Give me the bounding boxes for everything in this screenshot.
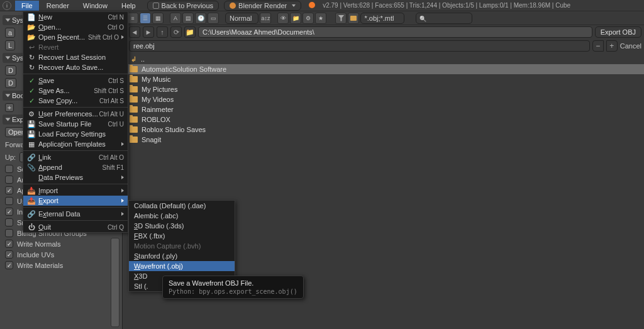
file-menu-item[interactable]: 💾Load Factory Settings	[23, 129, 128, 139]
checkbox-edges[interactable]	[5, 208, 13, 216]
nav-forward-button[interactable]: ►	[143, 26, 154, 38]
file-row[interactable]: ROBLOX	[125, 114, 644, 125]
file-menu-item[interactable]: 💾Save Startup FileCtrl U	[23, 119, 128, 129]
menu-file[interactable]: File	[15, 1, 39, 11]
file-menu-item[interactable]: ⏻QuitCtrl Q	[23, 222, 128, 232]
filter-funnel-icon[interactable]	[335, 13, 347, 24]
system-drive[interactable]: D	[5, 65, 16, 75]
display-mode-select[interactable]: Normal	[225, 13, 258, 24]
nav-refresh-button[interactable]: ⟳	[170, 26, 182, 38]
file-row[interactable]: Roblox Studio Saves	[125, 125, 644, 135]
menu-window[interactable]: Window	[77, 1, 114, 11]
file-menu-item[interactable]: ↻Recover Last Session	[23, 52, 128, 62]
info-icon[interactable]: i	[3, 1, 11, 10]
sort-size-button[interactable]: ▭	[208, 13, 219, 24]
file-row[interactable]: My Videos	[125, 94, 644, 104]
directory-path-input[interactable]: C:\Users\Moaaz Ahmed\Documents\	[198, 26, 592, 38]
menu-help[interactable]: Help	[115, 1, 142, 11]
checkbox-animation[interactable]	[5, 176, 13, 184]
system-drive[interactable]: D	[5, 78, 16, 88]
export-menu-item[interactable]: Alembic (.abc)	[129, 211, 235, 221]
folder-icon	[130, 126, 138, 133]
submenu-caret-icon	[121, 35, 124, 39]
search-input[interactable]	[416, 13, 472, 24]
file-menu-item[interactable]: ↻Recover Auto Save...	[23, 62, 128, 72]
file-row[interactable]: AutomaticSolution Software	[125, 64, 644, 74]
export-menu-item[interactable]: Collada (Default) (.dae)	[129, 201, 235, 211]
view-list-short-icon[interactable]: ≡	[127, 13, 138, 24]
sort-ext-button[interactable]: ▤	[182, 13, 194, 24]
checkbox-modifiers[interactable]	[5, 186, 13, 194]
filter-toggle-button[interactable]: ⚙	[303, 13, 314, 24]
export-menu-item[interactable]: Wavefront (.obj)	[129, 261, 235, 271]
filename-input[interactable]: ree.obj	[129, 40, 590, 52]
scene-stats: v2.79 | Verts:628 | Faces:655 | Tris:1,2…	[323, 2, 570, 9]
checkbox-bitflag[interactable]	[5, 229, 13, 237]
file-menu-item[interactable]: ✓SaveCtrl S	[23, 75, 128, 86]
export-menu-item[interactable]: Stanford (.ply)	[129, 251, 235, 261]
system-item[interactable]: a	[5, 28, 15, 38]
cancel-button[interactable]: Cancel	[620, 42, 641, 50]
file-menu-item[interactable]: 📄NewCtrl N	[23, 12, 128, 22]
file-menu-item[interactable]: 📤Export	[23, 196, 128, 206]
checkbox-materials[interactable]	[5, 261, 13, 269]
filename-inc-button[interactable]: +	[606, 40, 618, 52]
checkbox-smooth[interactable]	[5, 218, 13, 226]
file-row[interactable]: Rainmeter	[125, 104, 644, 114]
file-menu-item[interactable]: 📥Import	[23, 186, 128, 196]
view-thumbnails-icon[interactable]: ▦	[152, 13, 164, 24]
checkbox-render_settings[interactable]	[5, 197, 13, 205]
file-row[interactable]: My Music	[125, 74, 644, 84]
system-item[interactable]: L	[5, 40, 15, 50]
nav-newfolder-button[interactable]: 📁	[184, 26, 196, 38]
show-hidden-button[interactable]: 👁	[277, 13, 289, 24]
file-menu-item[interactable]: ✓Save Copy...Ctrl Alt S	[23, 96, 128, 106]
folder-icon	[130, 86, 138, 92]
add-bookmark-button[interactable]: +	[5, 103, 14, 112]
menu-item-label: Revert	[38, 43, 124, 51]
menu-item-label: Save Copy...	[38, 97, 99, 104]
file-menu-item[interactable]: ▦Application Templates	[23, 139, 128, 149]
menu-item-label: Save	[38, 77, 108, 84]
file-menu-item[interactable]: 🔗External Data	[23, 209, 128, 219]
file-row[interactable]: My Pictures	[125, 84, 644, 94]
export-obj-button[interactable]: Export OBJ	[595, 26, 641, 38]
sort-direction-button[interactable]: a↕z	[260, 13, 271, 24]
bookmark-button[interactable]: ★	[315, 13, 326, 24]
menu-item-label: Recover Last Session	[38, 53, 124, 61]
back-to-previous-button[interactable]: Back to Previous	[147, 1, 219, 11]
panel-scrollbar[interactable]	[111, 238, 119, 327]
file-menu-item[interactable]: 📎AppendShift F1	[23, 162, 128, 172]
filename-dec-button[interactable]: −	[592, 40, 604, 52]
submenu-caret-icon	[121, 189, 124, 192]
filter-glob-input[interactable]: *.obj;*.mtl	[360, 13, 404, 24]
checkbox-uvs[interactable]	[5, 250, 13, 259]
file-menu-item[interactable]: 📂Open Recent...Shift Ctrl O	[23, 32, 128, 42]
menu-item-label: Application Templates	[38, 140, 119, 148]
nav-up-button[interactable]: ↑	[157, 26, 168, 38]
filter-folder-icon[interactable]	[348, 13, 359, 24]
menu-item-icon: ⚙	[27, 110, 36, 118]
checkbox-selection[interactable]	[5, 165, 13, 173]
menu-item-icon: ✓	[27, 87, 36, 95]
create-dir-button[interactable]: 📁	[290, 13, 301, 24]
checkbox-normals[interactable]	[5, 240, 13, 248]
sort-alpha-button[interactable]: A	[170, 13, 181, 24]
menu-render[interactable]: Render	[40, 1, 75, 11]
export-menu-item[interactable]: 3D Studio (.3ds)	[129, 221, 235, 231]
path-bar: ◄ ► ↑ ⟳ 📁 C:\Users\Moaaz Ahmed\Documents…	[129, 25, 641, 39]
file-row[interactable]: Snagit	[125, 135, 644, 145]
file-label: My Videos	[142, 96, 174, 103]
sort-time-button[interactable]: 🕐	[195, 13, 206, 24]
file-menu-item[interactable]: ✓Save As...Shift Ctrl S	[23, 86, 128, 96]
render-engine-dropdown[interactable]: Blender Render	[224, 1, 301, 11]
view-list-long-icon[interactable]: ☰	[140, 13, 151, 24]
file-menu-item[interactable]: 📂Open...Ctrl O	[23, 22, 128, 32]
submenu-caret-icon	[121, 199, 124, 203]
file-menu-item[interactable]: ⚙User Preferences...Ctrl Alt U	[23, 109, 128, 119]
file-menu-item[interactable]: Data Previews	[23, 172, 128, 182]
export-menu-item[interactable]: FBX (.fbx)	[129, 231, 235, 241]
file-menu-item[interactable]: 🔗LinkCtrl Alt O	[23, 152, 128, 162]
file-row-up[interactable]: ↲..	[125, 54, 644, 64]
nav-back-button[interactable]: ◄	[129, 26, 140, 38]
